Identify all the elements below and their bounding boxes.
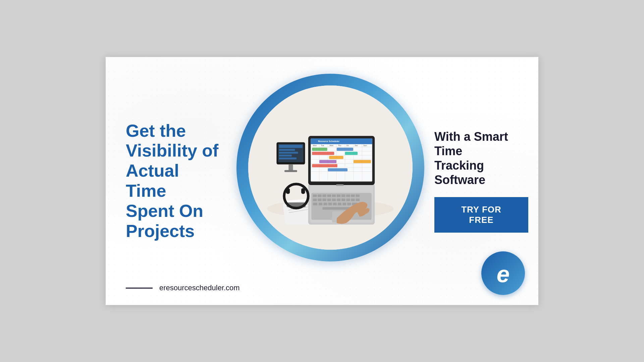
headline-line4: Spent On [126, 201, 203, 221]
subtitle-line2: Tracking Software [434, 159, 485, 187]
svg-rect-80 [279, 149, 295, 151]
laptop-scene: Mon Tue Wed Thu Fri Sat Sun Resource Sch… [248, 85, 413, 250]
website-url: eresourcescheduler.com [159, 284, 240, 292]
svg-rect-87 [286, 188, 290, 194]
svg-rect-27 [346, 199, 350, 201]
svg-rect-88 [301, 188, 305, 194]
headline-line5: Projects [126, 221, 195, 241]
svg-rect-26 [341, 199, 345, 201]
circle-inner: Mon Tue Wed Thu Fri Sat Sun Resource Sch… [248, 85, 413, 250]
svg-rect-13 [327, 194, 331, 197]
laptop-illustration: Mon Tue Wed Thu Fri Sat Sun Resource Sch… [267, 111, 394, 225]
svg-rect-82 [279, 155, 292, 157]
try-for-free-button[interactable]: TRY FOR FREE [434, 197, 528, 233]
svg-text:Mon: Mon [313, 144, 317, 146]
svg-text:Wed: Wed [329, 144, 333, 146]
svg-rect-81 [279, 152, 298, 154]
right-section: With a Smart Time Tracking Software TRY … [424, 116, 538, 246]
svg-rect-25 [337, 199, 340, 201]
headline-line3: Actual Time [126, 161, 179, 200]
svg-rect-63 [319, 160, 336, 163]
subtitle-text: With a Smart Time Tracking Software [434, 129, 525, 187]
svg-rect-20 [313, 199, 317, 201]
svg-rect-32 [323, 203, 327, 205]
circle-outer-ring: Mon Tue Wed Thu Fri Sat Sun Resource Sch… [236, 74, 424, 261]
svg-rect-60 [312, 152, 334, 155]
svg-rect-66 [354, 160, 371, 163]
svg-rect-34 [333, 203, 337, 205]
svg-rect-11 [318, 194, 321, 197]
svg-rect-21 [318, 199, 321, 201]
svg-rect-28 [351, 199, 355, 201]
subtitle-line1: With a Smart Time [434, 130, 508, 158]
headline-line2: Visibility of [126, 141, 218, 160]
svg-rect-64 [345, 152, 358, 155]
svg-rect-22 [322, 199, 326, 201]
ad-banner: Get the Visibility of Actual Time Spent … [106, 57, 538, 305]
svg-text:Thu: Thu [338, 144, 341, 146]
headline-line1: Get the [126, 121, 186, 140]
svg-rect-36 [342, 203, 346, 205]
svg-rect-18 [351, 194, 355, 197]
svg-rect-15 [337, 194, 340, 197]
decorative-line [126, 288, 153, 289]
left-section: Get the Visibility of Actual Time Spent … [106, 101, 236, 261]
svg-rect-33 [328, 203, 332, 205]
main-headline: Get the Visibility of Actual Time Spent … [126, 121, 223, 241]
svg-rect-24 [332, 199, 336, 201]
svg-rect-17 [346, 194, 350, 197]
svg-rect-59 [312, 148, 327, 151]
svg-text:Sat: Sat [355, 144, 358, 146]
svg-rect-61 [329, 156, 343, 159]
center-image-section: Mon Tue Wed Thu Fri Sat Sun Resource Sch… [236, 74, 424, 261]
logo-letter: e [497, 262, 510, 286]
svg-rect-10 [313, 194, 317, 197]
svg-rect-43 [311, 138, 372, 181]
svg-rect-76 [336, 184, 344, 186]
svg-rect-84 [288, 165, 293, 171]
svg-rect-14 [332, 194, 336, 197]
svg-rect-79 [279, 145, 303, 148]
svg-rect-67 [328, 168, 347, 171]
svg-rect-85 [284, 170, 297, 172]
svg-rect-62 [337, 148, 353, 151]
svg-rect-31 [319, 203, 322, 205]
svg-rect-23 [327, 199, 331, 201]
brand-logo-circle: e [481, 251, 525, 295]
svg-rect-89 [287, 202, 306, 207]
svg-rect-35 [338, 203, 341, 205]
svg-rect-37 [347, 203, 351, 205]
svg-text:Fri: Fri [346, 144, 349, 146]
svg-rect-29 [356, 199, 360, 201]
svg-rect-19 [356, 194, 360, 197]
website-bar: eresourcescheduler.com [126, 284, 240, 292]
svg-rect-12 [322, 194, 326, 197]
svg-text:Resource Scheduler: Resource Scheduler [318, 140, 339, 142]
svg-rect-83 [279, 158, 297, 160]
svg-text:Tue: Tue [321, 144, 324, 146]
svg-rect-30 [313, 203, 317, 205]
svg-rect-16 [341, 194, 345, 197]
svg-text:Sun: Sun [363, 144, 367, 146]
svg-rect-65 [312, 164, 337, 167]
